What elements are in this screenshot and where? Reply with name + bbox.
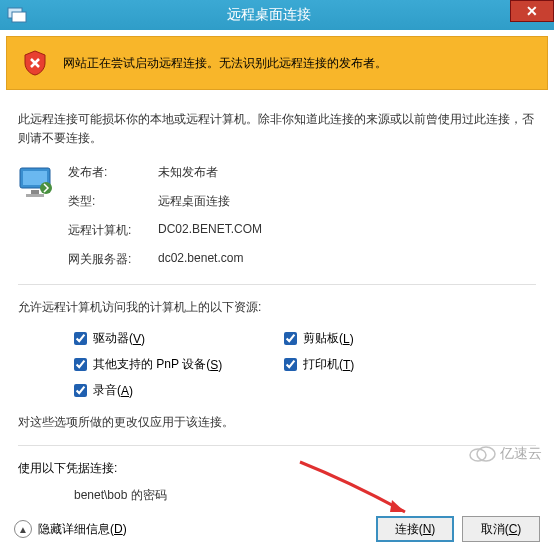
- connect-button[interactable]: 连接(N): [376, 516, 454, 542]
- connection-info: 发布者:未知发布者 类型:远程桌面连接 远程计算机:DC02.BENET.COM…: [18, 164, 536, 268]
- credentials-heading: 使用以下凭据连接:: [18, 460, 536, 477]
- monitor-icon: [18, 166, 56, 198]
- checkbox-clipboard-input[interactable]: [284, 332, 297, 345]
- checkbox-printers[interactable]: 打印机(T): [284, 356, 494, 373]
- svg-rect-5: [26, 194, 44, 197]
- checkbox-audio[interactable]: 录音(A): [74, 382, 284, 399]
- rdp-icon: [6, 4, 28, 26]
- resources-heading: 允许远程计算机访问我的计算机上的以下资源:: [18, 299, 536, 316]
- svg-point-6: [40, 182, 52, 194]
- cancel-button[interactable]: 取消(C): [462, 516, 540, 542]
- divider: [18, 284, 536, 285]
- hide-details-toggle[interactable]: ▲ 隐藏详细信息(D): [14, 520, 127, 538]
- publisher-value: 未知发布者: [158, 164, 218, 181]
- warning-message: 网站正在尝试启动远程连接。无法识别此远程连接的发布者。: [63, 55, 387, 72]
- svg-rect-1: [12, 12, 26, 22]
- remote-label: 远程计算机:: [68, 222, 158, 239]
- checkbox-drives-input[interactable]: [74, 332, 87, 345]
- window-title: 远程桌面连接: [28, 6, 510, 24]
- gateway-value: dc02.benet.com: [158, 251, 243, 268]
- checkbox-printers-input[interactable]: [284, 358, 297, 371]
- type-value: 远程桌面连接: [158, 193, 230, 210]
- checkbox-drives[interactable]: 驱动器(V): [74, 330, 284, 347]
- chevron-up-icon: ▲: [14, 520, 32, 538]
- publisher-label: 发布者:: [68, 164, 158, 181]
- shield-warning-icon: [21, 49, 49, 77]
- checkbox-audio-input[interactable]: [74, 384, 87, 397]
- dialog-footer: ▲ 隐藏详细信息(D) 连接(N) 取消(C): [0, 506, 554, 552]
- gateway-label: 网关服务器:: [68, 251, 158, 268]
- title-bar: 远程桌面连接 ✕: [0, 0, 554, 30]
- close-button[interactable]: ✕: [510, 0, 554, 22]
- checkbox-pnp-input[interactable]: [74, 358, 87, 371]
- close-icon: ✕: [526, 3, 538, 19]
- checkbox-clipboard[interactable]: 剪贴板(L): [284, 330, 494, 347]
- description-text: 此远程连接可能损坏你的本地或远程计算机。除非你知道此连接的来源或以前曾使用过此连…: [18, 110, 536, 148]
- type-label: 类型:: [68, 193, 158, 210]
- options-note: 对这些选项所做的更改仅应用于该连接。: [18, 414, 536, 431]
- warning-bar: 网站正在尝试启动远程连接。无法识别此远程连接的发布者。: [6, 36, 548, 90]
- remote-value: DC02.BENET.COM: [158, 222, 262, 239]
- checkbox-pnp[interactable]: 其他支持的 PnP 设备(S): [74, 356, 284, 373]
- credentials-value: benet\bob 的密码: [74, 487, 536, 504]
- divider: [18, 445, 536, 446]
- svg-rect-4: [31, 190, 39, 194]
